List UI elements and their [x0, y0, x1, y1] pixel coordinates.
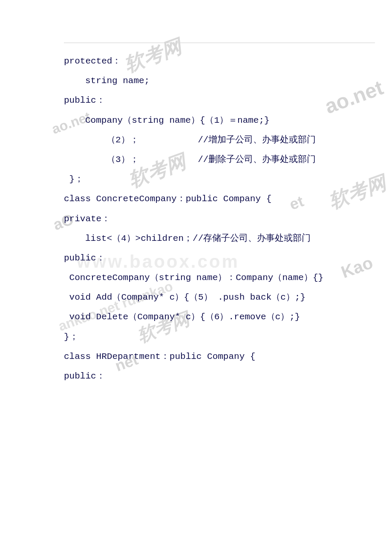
- code-line-16: class HRDepartment：public Company {: [64, 347, 375, 367]
- code-line-10: list<（4）>children；//存储子公司、办事处或部门: [64, 229, 375, 249]
- code-line-11: public：: [64, 249, 375, 268]
- code-line-13: void Add（Company* c）{（5） .push back（c）;}: [64, 288, 375, 307]
- code-line-8: class ConcreteCompany：public Company {: [64, 189, 375, 209]
- code-line-12: ConcreteCompany（string name）：Company（nam…: [64, 268, 375, 288]
- code-line-4: Company（string name）{（1）＝name;}: [64, 111, 375, 130]
- code-block: protected： string name; public： Company（…: [64, 43, 375, 386]
- code-line-6: （3）； //删除子公司、办事处或部门: [64, 150, 375, 170]
- code-line-2: string name;: [64, 71, 375, 91]
- code-line-9: private：: [64, 209, 375, 229]
- page-container: 软考网 ao.net ao.net 软考网 软考网 et aO www.baoo…: [0, 0, 392, 555]
- code-line-14: void Delete（Company* c）{（6）.remove（c）;}: [64, 307, 375, 327]
- code-line-5: （2）； //增加子公司、办事处或部门: [64, 130, 375, 150]
- code-line-7: }；: [64, 170, 375, 189]
- code-line-15: }；: [64, 327, 375, 347]
- code-line-3: public：: [64, 91, 375, 110]
- code-line-17: public：: [64, 367, 375, 386]
- code-line-1: protected：: [64, 52, 375, 71]
